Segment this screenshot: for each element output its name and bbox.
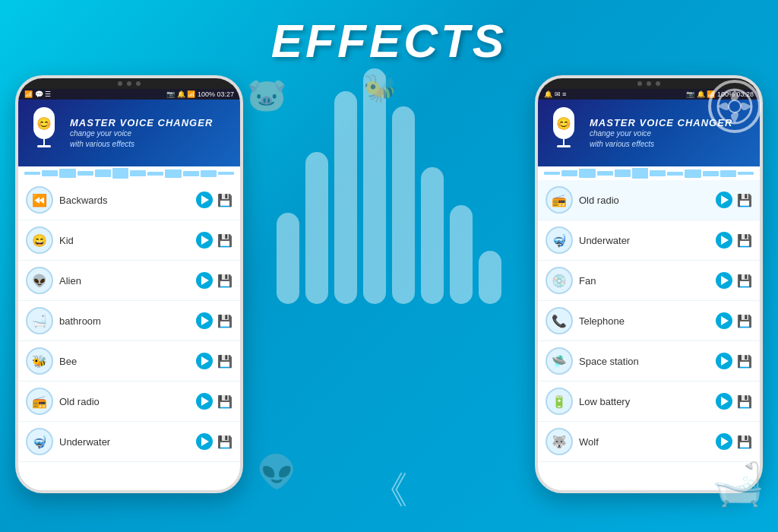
effect-icon-fan: 💿 [546, 267, 573, 294]
effects-list-right: 📻 Old radio 💾 🤿 Underwater 💾 💿 Fan [538, 180, 760, 462]
save-button-alien[interactable]: 💾 [217, 274, 232, 288]
save-button-old-radio-r[interactable]: 💾 [737, 193, 752, 207]
list-item[interactable]: 🐝 Bee 💾 [18, 341, 240, 382]
waveform-left [18, 166, 240, 180]
effect-icon-wolf: 🐺 [546, 428, 573, 455]
save-button-wolf[interactable]: 💾 [737, 435, 752, 449]
phone-header-left: 😊 MASTER VOICE CHANGER change your voice… [18, 100, 240, 166]
list-item[interactable]: 🔋 Low battery 💾 [538, 382, 760, 422]
list-item[interactable]: 🐺 Wolf 💾 [538, 422, 760, 462]
play-button-wolf[interactable] [716, 433, 732, 450]
list-item[interactable]: 🤿 Underwater 💾 [18, 422, 240, 462]
effect-icon-bee: 🐝 [26, 347, 53, 375]
status-bar-left: 📶 💬 ☰ 📷 🔔 📶 100% 03:27 [18, 89, 240, 100]
bee-decoration: 🐝 [363, 72, 397, 104]
pig-decoration: 🐷 [247, 76, 286, 113]
phone-left: 📶 💬 ☰ 📷 🔔 📶 100% 03:27 😊 MASTER VOICE CH… [15, 75, 243, 493]
play-button-kid[interactable] [196, 232, 213, 249]
list-item[interactable]: 📻 Old radio 💾 [18, 382, 240, 422]
bathtub-decoration: 🛁 [712, 460, 764, 509]
effect-icon-kid: 😄 [26, 226, 53, 254]
effect-icon-low-battery: 🔋 [546, 388, 573, 415]
play-button-backwards[interactable] [196, 192, 213, 208]
save-button-telephone[interactable]: 💾 [737, 314, 752, 328]
play-button-space-station[interactable] [716, 353, 732, 369]
mic-icon-left: 😊 [26, 107, 62, 159]
phone-right: 🔔 ✉ ≡ 📷 🔔 📶 100% 03:28 😊 MASTER VOICE CH… [535, 75, 763, 493]
effect-icon-underwater: 🤿 [26, 428, 53, 455]
play-button-telephone[interactable] [716, 312, 732, 329]
header-text-left: MASTER VOICE CHANGER change your voicewi… [70, 117, 232, 150]
effect-icon-space-station: 🛸 [546, 347, 573, 375]
play-button-bee[interactable] [196, 353, 213, 369]
play-button-alien[interactable] [196, 272, 213, 289]
fan-circle-decoration [708, 80, 761, 133]
save-button-space-station[interactable]: 💾 [737, 354, 752, 369]
effect-icon-old-radio: 📻 [26, 388, 53, 415]
list-item[interactable]: 📞 Telephone 💾 [538, 301, 760, 341]
save-button-kid[interactable]: 💾 [217, 233, 232, 248]
play-button-low-battery[interactable] [716, 393, 732, 410]
waveform-right [538, 166, 760, 180]
list-item[interactable]: 👽 Alien 💾 [18, 261, 240, 301]
save-button-underwater[interactable]: 💾 [217, 435, 232, 449]
effects-list-left: ⏪ Backwards 💾 😄 Kid 💾 👽 Alien [18, 180, 240, 462]
save-button-bee[interactable]: 💾 [217, 354, 232, 369]
list-item[interactable]: 💿 Fan 💾 [538, 261, 760, 301]
effect-icon-bathroom: 🛁 [26, 307, 53, 334]
list-item[interactable]: 🛁 bathroom 💾 [18, 301, 240, 341]
page-title: EFFECTS [0, 0, 778, 68]
save-button-backwards[interactable]: 💾 [217, 193, 232, 207]
list-item[interactable]: 🛸 Space station 💾 [538, 341, 760, 382]
alien-decoration: 👽 [257, 453, 296, 490]
chevron-double-icon: 《 [370, 471, 408, 509]
save-button-bathroom[interactable]: 💾 [217, 314, 232, 328]
play-button-old-radio[interactable] [196, 393, 213, 410]
list-item[interactable]: 🤿 Underwater 💾 [538, 220, 760, 261]
effect-icon-alien: 👽 [26, 267, 53, 294]
phone-notch-left [18, 78, 240, 89]
effect-icon-telephone: 📞 [546, 307, 573, 334]
play-button-underwater-r[interactable] [716, 232, 732, 249]
play-button-old-radio-r[interactable] [716, 192, 732, 208]
save-button-underwater-r[interactable]: 💾 [737, 233, 752, 248]
play-button-underwater[interactable] [196, 433, 213, 450]
save-button-fan[interactable]: 💾 [737, 274, 752, 288]
play-button-fan[interactable] [716, 272, 732, 289]
save-button-old-radio[interactable]: 💾 [217, 394, 232, 409]
list-item[interactable]: ⏪ Backwards 💾 [18, 180, 240, 220]
list-item[interactable]: 📻 Old radio 💾 [538, 180, 760, 220]
play-button-bathroom[interactable] [196, 312, 213, 329]
effect-icon-old-radio-r: 📻 [546, 186, 573, 214]
list-item[interactable]: 😄 Kid 💾 [18, 220, 240, 261]
effect-icon-backwards: ⏪ [26, 186, 53, 214]
svg-point-1 [729, 100, 741, 112]
effect-icon-underwater-r: 🤿 [546, 226, 573, 254]
save-button-low-battery[interactable]: 💾 [737, 394, 752, 409]
mic-icon-right: 😊 [546, 107, 582, 159]
